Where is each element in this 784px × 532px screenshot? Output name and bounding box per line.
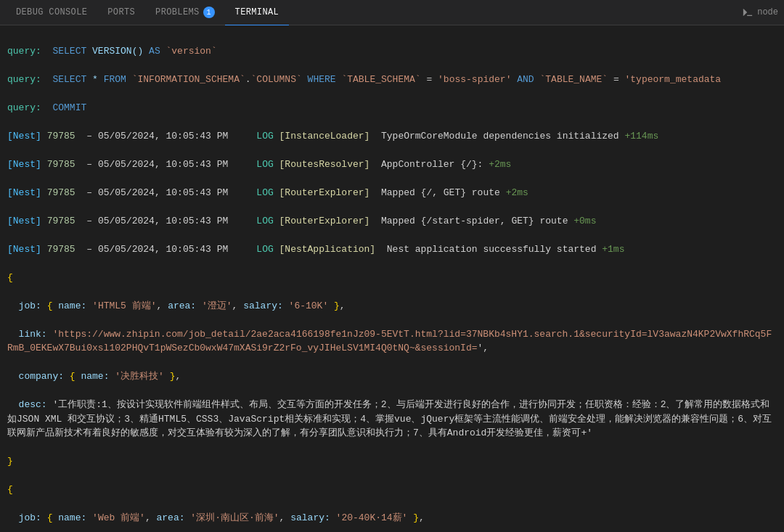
terminal-line: [Nest] 79785 – 05/05/2024, 10:05:43 PM L… bbox=[7, 129, 777, 144]
terminal-line: job: { name: 'HTML5 前端', area: '澄迈', sal… bbox=[7, 299, 777, 314]
tab-ports[interactable]: PORTS bbox=[97, 0, 145, 25]
terminal-line: [Nest] 79785 – 05/05/2024, 10:05:43 PM L… bbox=[7, 214, 777, 229]
tab-debug-console[interactable]: DEBUG CONSOLE bbox=[6, 0, 97, 25]
problems-badge: 1 bbox=[203, 7, 215, 18]
terminal-line: { bbox=[7, 271, 777, 285]
terminal-line: { bbox=[7, 483, 777, 497]
node-label: node bbox=[757, 7, 778, 17]
tab-terminal[interactable]: TERMINAL bbox=[225, 0, 290, 25]
terminal-line: [Nest] 79785 – 05/05/2024, 10:05:43 PM L… bbox=[7, 242, 777, 257]
terminal-line: company: { name: '决胜科技' }, bbox=[7, 369, 777, 384]
terminal-line: query: SELECT * FROM `INFORMATION_SCHEMA… bbox=[7, 73, 777, 87]
terminal-line: [Nest] 79785 – 05/05/2024, 10:05:43 PM L… bbox=[7, 157, 777, 172]
terminal-line: [Nest] 79785 – 05/05/2024, 10:05:43 PM L… bbox=[7, 186, 777, 200]
terminal-line: desc: '工作职责:1、按设计实现软件前端组件样式、布局、交互等方面的开发任… bbox=[7, 398, 777, 441]
terminal-indicator: node bbox=[743, 7, 778, 17]
terminal-icon bbox=[743, 7, 753, 17]
terminal-line: job: { name: 'Web 前端', area: '深圳·南山区·前海'… bbox=[7, 511, 777, 525]
terminal-output[interactable]: query: SELECT VERSION() AS `version` que… bbox=[0, 25, 784, 532]
terminal-line: } bbox=[7, 454, 777, 469]
terminal-line: query: SELECT VERSION() AS `version` bbox=[7, 44, 777, 59]
terminal-line-commit: query: COMMIT bbox=[7, 101, 777, 115]
terminal-line: link: 'https://www.zhipin.com/job_detail… bbox=[7, 327, 777, 356]
tab-bar: DEBUG CONSOLE PORTS PROBLEMS 1 TERMINAL … bbox=[0, 0, 784, 25]
tab-problems[interactable]: PROBLEMS 1 bbox=[145, 0, 225, 25]
